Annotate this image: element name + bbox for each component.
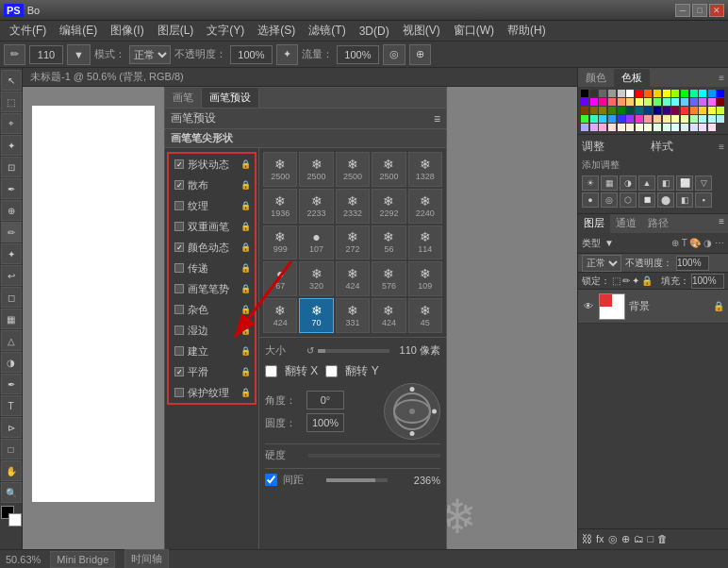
bs-checkbox-buildup[interactable] xyxy=(174,346,184,356)
bs-brush-pose[interactable]: 画笔笔势 🔒 xyxy=(169,278,255,299)
window-controls[interactable]: ─ □ ✕ xyxy=(675,4,724,17)
brush-tip-19[interactable]: ❄109 xyxy=(408,261,442,296)
tab-brush-presets[interactable]: 画笔预设 xyxy=(202,88,259,108)
eraser-tool[interactable]: ◻ xyxy=(1,287,22,308)
swatch-74[interactable] xyxy=(671,124,679,131)
healing-brush-tool[interactable]: ⊕ xyxy=(1,200,22,221)
swatch-4[interactable] xyxy=(618,90,625,97)
minimize-button[interactable]: ─ xyxy=(675,4,690,17)
size-reset-icon[interactable]: ↺ xyxy=(306,345,314,356)
swatch-63[interactable] xyxy=(717,115,724,123)
adj-btn-threshold[interactable]: ▪ xyxy=(695,192,712,208)
swatch-21[interactable] xyxy=(626,98,634,106)
menu-image[interactable]: 图像(I) xyxy=(105,21,149,41)
angle-input[interactable] xyxy=(306,391,344,409)
canvas-content[interactable]: ❄ ❄ ❄ ❄ 画笔 画笔预设 画笔预设 ≡ 画笔笔尖形状 xyxy=(23,87,577,549)
brush-tip-13[interactable]: ❄56 xyxy=(372,226,405,260)
bs-shape-dynamics[interactable]: ✓ 形状动态 🔒 xyxy=(169,154,255,175)
compass-handle-bottom[interactable] xyxy=(410,431,415,436)
swatch-27[interactable] xyxy=(681,98,688,106)
menu-3d[interactable]: 3D(D) xyxy=(354,23,395,40)
swatch-13[interactable] xyxy=(699,90,706,97)
fill-input[interactable] xyxy=(691,274,724,289)
brush-tip-4[interactable]: ❄1328 xyxy=(408,152,442,187)
group-layer-icon[interactable]: 🗂 xyxy=(634,533,644,545)
roundness-input[interactable] xyxy=(306,413,344,432)
bs-transfer[interactable]: 传递 🔒 xyxy=(169,258,255,278)
bs-protect-texture[interactable]: 保护纹理 🔒 xyxy=(169,382,255,403)
hand-tool[interactable]: ✋ xyxy=(1,460,22,481)
brush-tip-15[interactable]: ●67 xyxy=(263,261,297,296)
menu-text[interactable]: 文字(Y) xyxy=(201,21,250,41)
swatch-25[interactable] xyxy=(663,98,670,106)
swatch-17[interactable] xyxy=(590,98,598,106)
close-button[interactable]: ✕ xyxy=(709,4,724,17)
tab-layers[interactable]: 图层 xyxy=(578,214,610,233)
brush-tip-10[interactable]: ❄999 xyxy=(263,226,297,260)
flow-icon[interactable]: ◎ xyxy=(383,44,405,65)
menu-edit[interactable]: 编辑(E) xyxy=(54,21,103,41)
tab-swatches[interactable]: 色板 xyxy=(614,69,650,87)
shape-tool[interactable]: □ xyxy=(1,439,22,459)
swatch-41[interactable] xyxy=(663,107,670,114)
angle-compass[interactable] xyxy=(384,383,440,440)
adj-btn-color-lookup[interactable]: 🔲 xyxy=(638,192,655,208)
swatch-61[interactable] xyxy=(699,115,706,123)
brush-tip-1[interactable]: ❄2500 xyxy=(299,152,333,187)
smoothing-icon[interactable]: ⊕ xyxy=(409,44,431,65)
swatch-9[interactable] xyxy=(663,90,670,97)
swatch-31[interactable] xyxy=(717,98,724,106)
swatch-14[interactable] xyxy=(708,90,716,97)
bs-checkbox-smooth[interactable]: ✓ xyxy=(174,367,184,376)
swatch-23[interactable] xyxy=(644,98,652,106)
bs-dual-brush[interactable]: 双重画笔 🔒 xyxy=(169,216,255,237)
swatch-2[interactable] xyxy=(599,90,606,97)
adj-btn-channel-mixer[interactable]: ⬡ xyxy=(620,192,637,208)
flow-input[interactable] xyxy=(337,45,379,64)
swatch-34[interactable] xyxy=(599,107,606,114)
bs-checkbox-dual[interactable] xyxy=(174,222,184,231)
bs-color-dynamics[interactable]: ✓ 颜色动态 🔒 xyxy=(169,237,255,258)
adj-btn-photo-filter[interactable]: ◎ xyxy=(601,192,618,208)
brush-tip-20[interactable]: ❄424 xyxy=(263,298,297,333)
lasso-tool[interactable]: ⌖ xyxy=(1,113,22,134)
bs-scatter[interactable]: ✓ 散布 🔒 xyxy=(169,175,255,195)
blend-mode-select[interactable]: 正常 xyxy=(129,45,171,64)
swatch-24[interactable] xyxy=(654,98,661,106)
swatch-46[interactable] xyxy=(708,107,716,114)
opacity-input[interactable] xyxy=(230,45,273,64)
swatch-66[interactable] xyxy=(599,124,606,131)
swatch-48[interactable] xyxy=(581,115,588,123)
swatch-3[interactable] xyxy=(608,90,616,97)
menu-layer[interactable]: 图层(L) xyxy=(152,21,200,41)
swatch-59[interactable] xyxy=(681,115,688,123)
swatch-29[interactable] xyxy=(699,98,706,106)
adj-btn-curves[interactable]: ◑ xyxy=(620,175,637,191)
lock-position-icon[interactable]: ✦ xyxy=(632,276,639,286)
swatch-68[interactable] xyxy=(618,124,625,131)
layer-mask-icon[interactable]: ◎ xyxy=(608,533,618,545)
swatch-69[interactable] xyxy=(626,124,634,131)
brush-tip-8[interactable]: ❄2292 xyxy=(372,189,405,224)
swatch-8[interactable] xyxy=(654,90,661,97)
adj-btn-hue-sat[interactable]: ⬜ xyxy=(676,175,693,191)
bs-checkbox-transfer[interactable] xyxy=(174,263,184,273)
swatch-47[interactable] xyxy=(717,107,724,114)
brush-tip-5[interactable]: ❄1936 xyxy=(263,189,297,224)
adjustments-options[interactable]: ≡ xyxy=(719,142,724,152)
adj-btn-black-white[interactable]: ● xyxy=(582,192,599,208)
menu-select[interactable]: 选择(S) xyxy=(252,21,301,41)
adjustments-tab-2[interactable]: 样式 xyxy=(651,139,673,155)
lock-transparent-icon[interactable]: ⬚ xyxy=(612,276,620,286)
bs-checkbox-scatter[interactable]: ✓ xyxy=(174,180,184,190)
tab-brush[interactable]: 画笔 xyxy=(165,88,202,108)
brush-tip-2[interactable]: ❄2500 xyxy=(336,152,370,187)
swatch-60[interactable] xyxy=(690,115,698,123)
swatch-71[interactable] xyxy=(644,124,652,131)
tab-color[interactable]: 颜色 xyxy=(578,69,614,87)
brush-tip-22[interactable]: ❄331 xyxy=(336,298,370,333)
spacing-checkbox[interactable] xyxy=(265,474,277,486)
swatch-67[interactable] xyxy=(608,124,616,131)
bs-checkbox-protect[interactable] xyxy=(174,388,184,397)
filter-icons[interactable]: ⊕ T 🎨 ◑ ⋯ xyxy=(671,238,724,248)
